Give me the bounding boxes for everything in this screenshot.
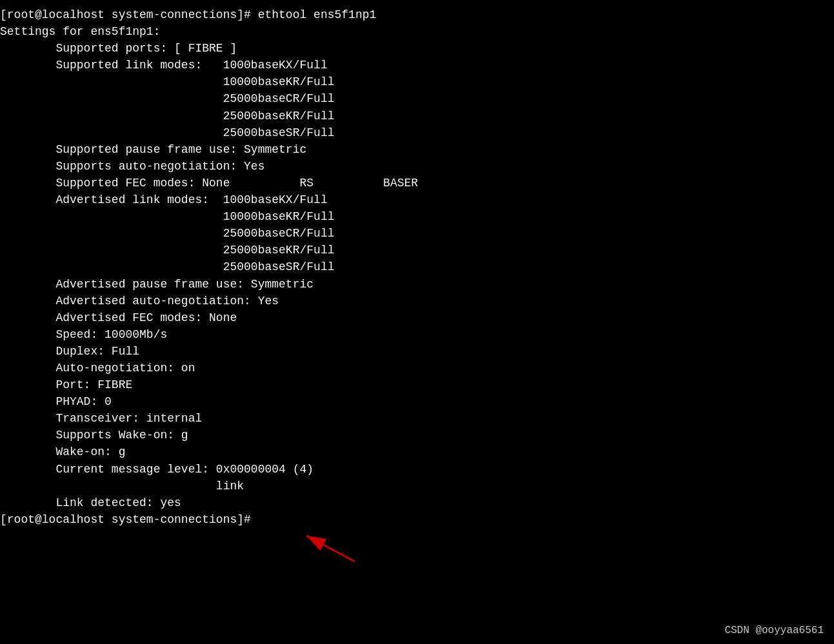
supported-link-modes-5: 25000baseSR/Full: [0, 124, 834, 141]
prompt-end: [root@localhost system-connections]#: [0, 511, 834, 528]
phyad: PHYAD: 0: [0, 393, 834, 410]
terminal-window: [root@localhost system-connections]# eth…: [0, 0, 834, 644]
advertised-autoneg: Advertised auto-negotiation: Yes: [0, 293, 834, 309]
advertised-link-modes-1: Advertised link modes: 1000baseKX/Full: [0, 191, 834, 208]
link-detected: Link detected: yes: [0, 494, 834, 511]
link-label: link: [0, 478, 834, 494]
current-msg-level: Current message level: 0x00000004 (4): [0, 461, 834, 478]
auto-negotiation: Auto-negotiation: on: [0, 360, 834, 376]
advertised-fec: Advertised FEC modes: None: [0, 309, 834, 326]
advertised-link-modes-2: 10000baseKR/Full: [0, 208, 834, 225]
duplex: Duplex: Full: [0, 343, 834, 360]
supports-autoneg: Supports auto-negotiation: Yes: [0, 158, 834, 175]
speed: Speed: 10000Mb/s: [0, 326, 834, 343]
settings-header: Settings for ens5f1np1:: [0, 23, 834, 40]
supports-wake-on: Supports Wake-on: g: [0, 427, 834, 444]
transceiver: Transceiver: internal: [0, 410, 834, 427]
watermark-label: CSDN @ooyyaa6561: [724, 625, 824, 636]
supported-ports: Supported ports: [ FIBRE ]: [0, 40, 834, 57]
svg-line-1: [306, 536, 355, 561]
supported-link-modes-3: 25000baseCR/Full: [0, 90, 834, 107]
advertised-link-modes-3: 25000baseCR/Full: [0, 225, 834, 242]
cmd-line: [root@localhost system-connections]# eth…: [0, 6, 834, 23]
supported-fec: Supported FEC modes: None RS BASER: [0, 175, 834, 191]
port: Port: FIBRE: [0, 376, 834, 393]
arrow-annotation: [300, 526, 358, 568]
supported-link-modes-1: Supported link modes: 1000baseKX/Full: [0, 57, 834, 73]
supported-pause: Supported pause frame use: Symmetric: [0, 141, 834, 158]
advertised-pause: Advertised pause frame use: Symmetric: [0, 276, 834, 293]
advertised-link-modes-4: 25000baseKR/Full: [0, 242, 834, 259]
terminal-output: [root@localhost system-connections]# eth…: [0, 6, 834, 528]
supported-link-modes-2: 10000baseKR/Full: [0, 73, 834, 90]
wake-on: Wake-on: g: [0, 444, 834, 460]
advertised-link-modes-5: 25000baseSR/Full: [0, 259, 834, 275]
supported-link-modes-4: 25000baseKR/Full: [0, 108, 834, 124]
